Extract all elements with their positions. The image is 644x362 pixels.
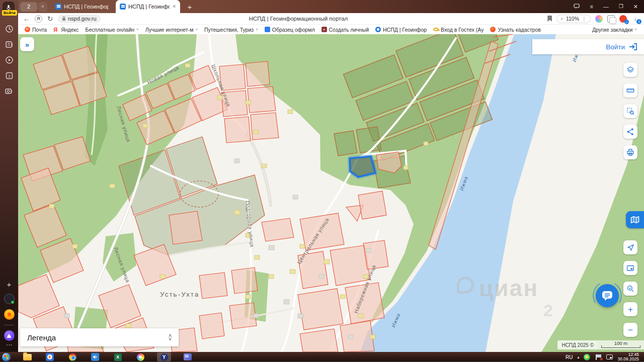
- page-title: НСПД | Геоинформационный портал: [249, 16, 348, 22]
- start-button[interactable]: [2, 353, 11, 361]
- tab-counter-button[interactable]: 2: [20, 2, 37, 12]
- tab-nspd-2-active[interactable]: НСПД | Геоинформаци ✕: [116, 0, 180, 13]
- windows-flag-icon: [4, 354, 9, 359]
- legend-toggle-icon[interactable]: ˄˅: [169, 334, 172, 341]
- back-icon[interactable]: ←: [23, 15, 30, 23]
- tab-strip: 2 ˅ НСПД | Геоинформацион НСПД | Геоинфо…: [18, 0, 644, 13]
- taskbar-explorer[interactable]: [21, 352, 33, 361]
- basemap-active-button[interactable]: [626, 211, 644, 228]
- bookmark-folder-best-internet[interactable]: Лучшие интернет-м˅: [145, 27, 198, 33]
- tabs-counter-icon[interactable]: 2: [4, 70, 15, 81]
- taskbar-yandex-browser-active[interactable]: Y: [157, 352, 171, 361]
- other-bookmarks-button[interactable]: Другие закладки˅: [592, 27, 637, 33]
- tray-desktop-icon[interactable]: [606, 354, 613, 359]
- area-search-button[interactable]: [623, 104, 637, 118]
- lock-icon: [62, 16, 66, 21]
- taskbar-excel[interactable]: X: [112, 352, 124, 361]
- feedback-icon[interactable]: [574, 4, 580, 10]
- window-controls: ≡ — ❐ ✕: [574, 4, 644, 10]
- mail-icon: [25, 27, 30, 32]
- selected-parcel[interactable]: [350, 156, 375, 177]
- downloads-icon[interactable]: ↓1: [631, 15, 639, 23]
- download-badge: 1: [636, 19, 641, 24]
- bookmark-nspd[interactable]: НСПД | Геоинфор: [375, 27, 427, 33]
- tab-label: НСПД | Геоинформацион: [64, 4, 109, 10]
- tray-clock[interactable]: 12:45 30.09.2025: [617, 352, 641, 361]
- layers-button[interactable]: [623, 63, 637, 77]
- panel-login-badge[interactable]: Войти: [2, 10, 17, 16]
- more-options-icon[interactable]: ⋯: [6, 341, 12, 349]
- voice-assistant-button[interactable]: Войти: [3, 2, 16, 19]
- bookmark-folder-free-online[interactable]: Бесплатные онлайн˅: [85, 27, 138, 33]
- legend-panel[interactable]: Легенда ˄˅: [20, 328, 179, 346]
- screenshot-icon[interactable]: [4, 85, 15, 97]
- divider: [4, 325, 14, 325]
- bookmark-icon[interactable]: [547, 16, 552, 22]
- bookmark-template[interactable]: Образец оформл: [265, 27, 315, 33]
- page-zoom-control[interactable]: ⌕ 110% ⋮: [556, 15, 591, 23]
- notes-icon[interactable]: [4, 39, 15, 50]
- profile-avatar[interactable]: [4, 294, 15, 304]
- emblem-icon: [321, 27, 327, 32]
- bookmark-cadastre[interactable]: Узнать кадастров: [490, 27, 540, 33]
- bookmark-pochta[interactable]: Почта: [25, 27, 47, 33]
- chevron-down-icon: ˅: [195, 27, 198, 32]
- extension-zen-icon[interactable]: [595, 15, 603, 23]
- scale-bracket: [601, 345, 640, 348]
- map-login-bar[interactable]: Войти: [532, 39, 644, 54]
- zoom-in-button[interactable]: +: [623, 302, 637, 316]
- bookmark-folder-travel[interactable]: Путешествия, Туриз˅: [204, 27, 258, 33]
- taskbar-media-player[interactable]: [44, 352, 56, 361]
- minimap-button[interactable]: [623, 261, 637, 275]
- url-text: nspd.gov.ru: [68, 16, 97, 22]
- yandex-browser-icon: Y: [160, 353, 168, 361]
- ruler-icon: [626, 86, 635, 95]
- more-vert-icon[interactable]: ⋮: [582, 16, 587, 22]
- print-button[interactable]: [623, 145, 637, 159]
- taskbar-volume[interactable]: [89, 352, 101, 361]
- tab-favicon: [120, 4, 126, 10]
- refresh-icon[interactable]: ↻: [47, 15, 53, 23]
- yandex-browser-icon[interactable]: [4, 309, 15, 320]
- zoom-out-button[interactable]: −: [623, 323, 637, 337]
- tab-close-icon[interactable]: ✕: [172, 4, 176, 9]
- side-panel-bottom: + ⋯: [4, 281, 15, 352]
- url-field[interactable]: nspd.gov.ru: [58, 15, 101, 23]
- taskbar-purple-app[interactable]: [182, 352, 194, 361]
- add-panel-icon[interactable]: +: [7, 281, 12, 289]
- network-error-icon[interactable]: ✕: [595, 354, 602, 360]
- map-viewport[interactable]: Новая улица Школьная улица Лесная улица …: [18, 34, 644, 352]
- tab-nspd-1[interactable]: НСПД | Геоинформацион: [51, 0, 113, 13]
- tab-list-chevron[interactable]: ˅: [38, 2, 47, 12]
- search-coordinates-button[interactable]: [623, 282, 637, 296]
- extension-protect-icon[interactable]: [619, 15, 627, 23]
- desktop-screen: Войти 2 + ⋯ 2 ˅ НСПД | Ге: [0, 0, 644, 362]
- language-indicator[interactable]: RU: [566, 354, 573, 360]
- share-button[interactable]: [623, 125, 637, 139]
- bookmark-gostech[interactable]: Вход в Гостех (Ау: [433, 27, 484, 33]
- taskbar-browser-circle[interactable]: [134, 352, 146, 361]
- expand-sidebar-button[interactable]: »: [20, 37, 34, 51]
- bookmark-create-account[interactable]: Создать личный: [321, 27, 369, 33]
- bookmark-yandex[interactable]: ЯЯндекс: [53, 27, 78, 33]
- taskbar-chrome[interactable]: [66, 352, 78, 361]
- chat-assistant-button[interactable]: [596, 284, 619, 307]
- minimize-icon[interactable]: —: [603, 4, 609, 10]
- geolocate-button[interactable]: [623, 240, 637, 254]
- nspd-icon: [375, 27, 381, 32]
- windows-taskbar: X Y RU ▴ ✕ 12:45 30.09.2025: [0, 352, 644, 362]
- extension-collections-icon[interactable]: [607, 15, 615, 23]
- yandex-search-icon[interactable]: Я: [35, 15, 42, 23]
- measure-button[interactable]: [623, 83, 637, 98]
- tray-expand-icon[interactable]: ▴: [577, 355, 579, 359]
- alice-assistant-icon[interactable]: [4, 330, 15, 341]
- excel-icon: X: [114, 353, 122, 361]
- new-tab-button[interactable]: +: [185, 3, 195, 11]
- menu-icon[interactable]: ≡: [590, 4, 593, 10]
- history-icon[interactable]: [4, 23, 15, 34]
- tray-green-app-icon[interactable]: [584, 354, 590, 360]
- video-icon[interactable]: [4, 54, 15, 65]
- maximize-icon[interactable]: ❐: [619, 4, 623, 10]
- map-canvas[interactable]: Новая улица Школьная улица Лесная улица …: [18, 34, 644, 352]
- close-icon[interactable]: ✕: [633, 4, 638, 10]
